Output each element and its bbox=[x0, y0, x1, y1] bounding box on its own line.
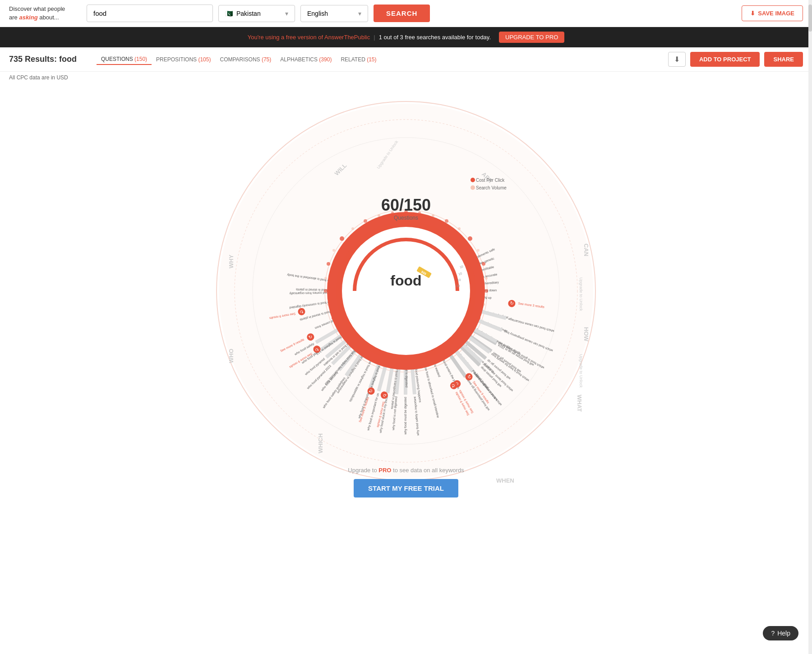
svg-point-131 bbox=[324, 277, 327, 280]
svg-point-152 bbox=[356, 241, 456, 341]
svg-point-120 bbox=[445, 219, 448, 223]
are-numbers-3: 10 bbox=[457, 278, 461, 282]
cpc-note: All CPC data are in USD bbox=[0, 72, 812, 83]
svg-point-130 bbox=[485, 277, 488, 280]
viz-area: WILL ARE CAN HOW WHAT WHERE WHEN WHICH W… bbox=[0, 83, 812, 498]
section-label-can: CAN bbox=[583, 244, 590, 256]
section-label-why: WHY bbox=[228, 254, 235, 268]
scrollbar[interactable] bbox=[808, 0, 812, 654]
svg-point-124 bbox=[468, 236, 472, 241]
language-chevron: ▾ bbox=[358, 10, 361, 17]
country-chevron: ▾ bbox=[285, 10, 288, 17]
promo-banner: You're using a free version of AnswerThe… bbox=[0, 27, 812, 47]
svg-text:↻: ↻ bbox=[510, 300, 514, 306]
divider: | bbox=[374, 34, 375, 41]
tabs-container: QUESTIONS (150) PREPOSITIONS (105) COMPA… bbox=[97, 54, 666, 65]
questions-label: Questions bbox=[394, 215, 418, 221]
svg-point-126 bbox=[477, 249, 480, 252]
section-label-how: HOW bbox=[583, 327, 590, 342]
logo-asking: asking bbox=[19, 14, 37, 21]
help-label: Help bbox=[777, 630, 790, 637]
legend-cpc-label: Cost Per Click bbox=[476, 178, 505, 183]
svg-text:why food must be digested: why food must be digested bbox=[404, 397, 407, 435]
bottom-section: Upgrade to PRO to see data on all keywor… bbox=[0, 462, 812, 507]
svg-point-125 bbox=[340, 236, 344, 241]
svg-point-133 bbox=[324, 289, 328, 293]
logo: Discover what people are asking about... bbox=[9, 5, 81, 21]
are-numbers-4: 10 bbox=[456, 284, 460, 288]
questions-count: 60/150 bbox=[381, 196, 431, 214]
language-label: English bbox=[307, 10, 328, 17]
wheel-svg: WILL ARE CAN HOW WHAT WHERE WHEN WHICH W… bbox=[203, 88, 609, 494]
svg-point-121 bbox=[364, 219, 367, 223]
help-button[interactable]: ? Help bbox=[763, 626, 798, 640]
pro-label: PRO bbox=[378, 467, 391, 474]
language-select[interactable]: English ▾ bbox=[300, 5, 368, 22]
share-button[interactable]: SHARE bbox=[764, 52, 803, 67]
svg-point-127 bbox=[332, 249, 335, 252]
tab-questions[interactable]: QUESTIONS (150) bbox=[97, 54, 152, 65]
add-to-project-button[interactable]: ADD TO PROJECT bbox=[690, 52, 760, 67]
svg-point-129 bbox=[327, 262, 330, 266]
svg-point-153 bbox=[471, 178, 475, 182]
upgrade-unlock-can: Upgrade to Unlock bbox=[579, 277, 583, 311]
free-trial-button[interactable]: START MY FREE TRIAL bbox=[354, 479, 458, 497]
search-input[interactable] bbox=[87, 5, 213, 22]
svg-text:10: 10 bbox=[456, 284, 460, 288]
section-label-which: WHICH bbox=[317, 433, 324, 453]
svg-point-132 bbox=[484, 289, 488, 293]
results-count: 735 Results: food bbox=[9, 55, 95, 64]
save-image-button[interactable]: ⬇ SAVE IMAGE bbox=[742, 5, 803, 21]
tab-comparisons[interactable]: COMPARISONS (75) bbox=[215, 55, 276, 64]
section-label-who: WHO bbox=[228, 349, 235, 363]
svg-point-123 bbox=[351, 227, 354, 230]
tab-related[interactable]: RELATED (15) bbox=[336, 55, 381, 64]
svg-point-154 bbox=[471, 185, 475, 190]
save-icon: ⬇ bbox=[750, 10, 755, 17]
legend-sv-label: Search Volume bbox=[476, 185, 507, 190]
svg-text:10: 10 bbox=[457, 278, 461, 282]
download-button[interactable]: ⬇ bbox=[668, 52, 686, 67]
upgrade-promo-text: Upgrade to PRO to see data on all keywor… bbox=[0, 467, 812, 474]
country-flag: 🇵🇰 bbox=[225, 10, 233, 17]
free-version-text: You're using a free version of AnswerThe… bbox=[248, 34, 370, 41]
results-actions: ⬇ ADD TO PROJECT SHARE bbox=[668, 52, 803, 67]
upgrade-to-pro-button[interactable]: UPGRADE TO PRO bbox=[499, 32, 564, 43]
country-label: Pakistan bbox=[236, 10, 261, 17]
section-label-what: WHAT bbox=[576, 395, 583, 412]
results-bar: 735 Results: food QUESTIONS (150) PREPOS… bbox=[0, 47, 812, 72]
cpc-ring-text: Cost Per Click: $0.49 bbox=[383, 299, 429, 304]
upgrade-unlock-how: Upgrade to Unlock bbox=[579, 354, 583, 388]
help-icon: ? bbox=[771, 630, 775, 637]
tab-prepositions[interactable]: PREPOSITIONS (105) bbox=[152, 55, 215, 64]
country-select[interactable]: 🇵🇰 Pakistan ▾ bbox=[218, 5, 295, 22]
svg-point-122 bbox=[458, 227, 461, 230]
tab-alphabetics[interactable]: ALPHABETICS (390) bbox=[276, 55, 336, 64]
search-button[interactable]: SEARCH bbox=[374, 5, 430, 22]
search-count-text: 1 out of 3 free searches available for t… bbox=[379, 34, 491, 41]
svg-point-128 bbox=[482, 262, 485, 266]
center-keyword: food bbox=[390, 272, 421, 289]
